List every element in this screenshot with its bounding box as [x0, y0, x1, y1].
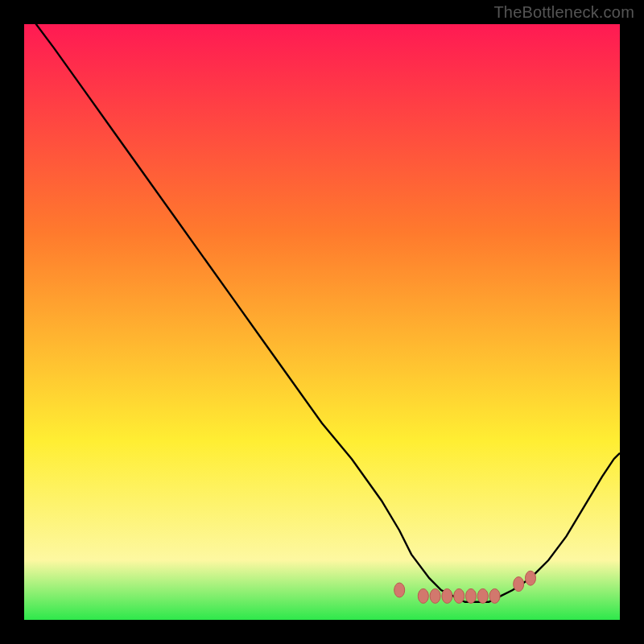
chart-svg — [24, 24, 620, 620]
marker-point — [477, 588, 488, 603]
marker-point — [454, 588, 464, 603]
marker-point — [394, 583, 405, 597]
marker-point — [418, 588, 428, 603]
marker-point — [526, 571, 536, 585]
marker-point — [514, 577, 524, 592]
chart-frame: TheBottleneck.com — [0, 0, 644, 644]
marker-point — [489, 588, 500, 603]
gradient-background — [24, 24, 620, 620]
marker-point — [430, 588, 440, 603]
plot-area — [24, 24, 620, 620]
watermark-label: TheBottleneck.com — [493, 3, 634, 22]
marker-point — [442, 588, 452, 603]
marker-point — [466, 588, 477, 603]
